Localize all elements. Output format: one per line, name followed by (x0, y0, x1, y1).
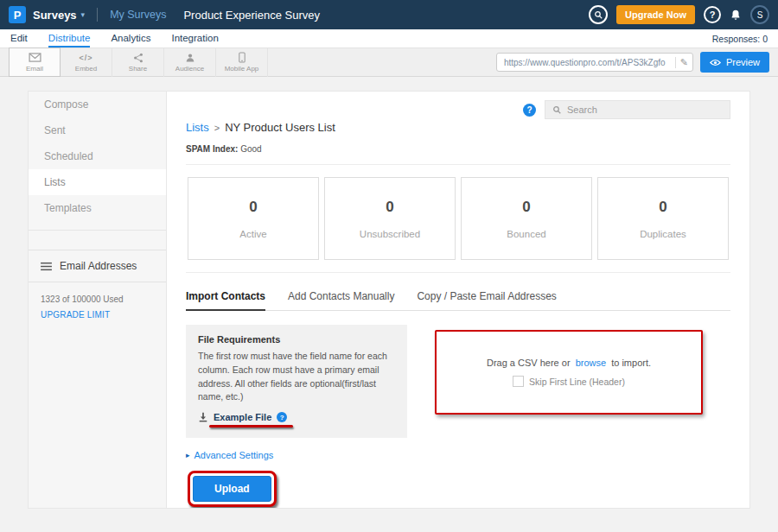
usage-count: 1323 of 100000 Used (29, 282, 166, 304)
channel-mobile-app[interactable]: Mobile App (216, 48, 268, 77)
stat-label: Bounced (507, 229, 545, 239)
divider (97, 8, 98, 22)
questionpro-logo[interactable]: P (9, 6, 26, 23)
my-surveys-link[interactable]: My Surveys (110, 9, 166, 21)
search-input[interactable] (567, 104, 723, 115)
audience-icon (185, 52, 195, 63)
stat-value: 0 (249, 199, 257, 216)
surveys-menu-label: Surveys (33, 9, 77, 22)
stat-label: Unsubscribed (360, 229, 420, 239)
mobile-app-icon (239, 52, 246, 63)
surveys-menu[interactable]: Surveys ▾ (33, 9, 85, 22)
topbar-actions: Upgrade Now ? S (589, 5, 769, 24)
stat-value: 0 (659, 199, 666, 216)
sidebar-item-templates[interactable]: Templates (29, 195, 166, 221)
preview-label: Preview (726, 57, 760, 67)
stat-card-duplicates: 0 Duplicates (597, 177, 729, 260)
breadcrumb-lists-link[interactable]: Lists (186, 121, 209, 134)
download-icon (198, 412, 208, 422)
main-header-actions: ? (523, 100, 730, 119)
dropzone-text-after: to import. (611, 358, 651, 368)
survey-url-box: ✎ (496, 53, 693, 72)
sidebar-item-lists[interactable]: Lists (29, 169, 166, 195)
edit-url-pencil-icon[interactable]: ✎ (675, 57, 688, 68)
contacts-tabs: Import Contacts Add Contacts Manually Co… (186, 290, 730, 311)
sidebar-item-scheduled[interactable]: Scheduled (29, 143, 166, 169)
channel-label: Embed (75, 65, 97, 73)
upgrade-now-button[interactable]: Upgrade Now (616, 5, 695, 24)
stat-card-bounced: 0 Bounced (461, 177, 592, 260)
tab-add-contacts-manually[interactable]: Add Contacts Manually (288, 290, 394, 311)
stat-value: 0 (522, 199, 530, 216)
breadcrumb-current: NY Product Users List (225, 121, 335, 134)
dropzone-text-before: Drag a CSV here or (487, 358, 571, 368)
example-file-link[interactable]: Example File ? (198, 412, 395, 422)
preview-button[interactable]: Preview (700, 52, 769, 73)
breadcrumb-separator: > (214, 123, 220, 133)
eye-icon (710, 59, 721, 66)
upload-button[interactable]: Upload (193, 476, 271, 502)
tab-integration[interactable]: Integration (171, 29, 218, 48)
advanced-settings-toggle[interactable]: ▸ Advanced Settings (186, 450, 730, 460)
example-file-help-icon[interactable]: ? (277, 412, 287, 422)
survey-url-input[interactable] (504, 58, 675, 67)
spam-index-label: SPAM Index: (186, 144, 238, 154)
tab-import-contacts[interactable]: Import Contacts (186, 290, 265, 311)
chevron-down-icon: ▾ (81, 10, 86, 19)
email-addresses-section[interactable]: Email Addresses (29, 250, 166, 282)
search-box[interactable] (545, 100, 730, 119)
help-icon[interactable]: ? (704, 6, 721, 23)
channel-label: Audience (175, 65, 204, 73)
caret-icon: ▸ (186, 451, 190, 459)
channel-audience[interactable]: Audience (164, 48, 216, 77)
skip-first-line-label: Skip First Line (Header) (529, 377, 625, 387)
sidebar-item-sent[interactable]: Sent (29, 117, 166, 143)
list-icon (41, 262, 52, 271)
channel-label: Share (129, 65, 147, 73)
channel-label: Email (26, 65, 43, 73)
sidebar-item-compose[interactable]: Compose (29, 92, 166, 117)
channel-email[interactable]: Email (9, 48, 61, 77)
stats-row: 0 Active 0 Unsubscribed 0 Bounced 0 Dupl… (186, 164, 730, 273)
channel-share[interactable]: Share (112, 48, 164, 77)
browse-link[interactable]: browse (576, 358, 606, 368)
skip-first-line-checkbox[interactable] (513, 376, 524, 387)
dropzone-text: Drag a CSV here or browse to import. (487, 358, 651, 368)
search-icon[interactable] (589, 5, 608, 24)
tab-edit[interactable]: Edit (10, 29, 28, 48)
breadcrumb: Lists > NY Product Users List (186, 121, 730, 134)
file-requirements-body: The first row must have the field name f… (198, 350, 395, 404)
app-window: P Surveys ▾ My Surveys Product Experienc… (0, 0, 778, 532)
import-contacts-panel: File Requirements The first row must hav… (186, 325, 730, 438)
channel-embed[interactable]: </> Embed (61, 48, 112, 77)
stat-card-active: 0 Active (188, 177, 319, 260)
divider (29, 230, 166, 231)
tab-analytics[interactable]: Analytics (111, 29, 150, 48)
email-sidebar: Compose Sent Scheduled Lists Templates E… (29, 92, 167, 508)
top-bar: P Surveys ▾ My Surveys Product Experienc… (0, 0, 778, 29)
survey-nav: Edit Distribute Analytics Integration Re… (0, 29, 778, 48)
avatar[interactable]: S (750, 5, 769, 24)
help-icon[interactable]: ? (523, 104, 536, 117)
share-icon (133, 52, 143, 63)
tab-copy-paste-email-addresses[interactable]: Copy / Paste Email Addresses (417, 290, 556, 311)
embed-icon: </> (79, 52, 92, 63)
stat-card-unsubscribed: 0 Unsubscribed (324, 177, 456, 260)
stat-value: 0 (386, 199, 393, 216)
advanced-settings-label: Advanced Settings (194, 450, 274, 460)
tab-distribute[interactable]: Distribute (48, 29, 91, 48)
stat-label: Active (239, 229, 266, 239)
spam-index-value: Good (240, 144, 261, 154)
toolbar-right: ✎ Preview (496, 52, 769, 73)
responses-count: Responses: 0 (712, 29, 768, 48)
email-addresses-label: Email Addresses (60, 260, 137, 272)
upgrade-limit-link[interactable]: UPGRADE LIMIT (29, 304, 166, 320)
channel-label: Mobile App (225, 65, 259, 73)
search-icon (552, 105, 562, 115)
email-panel: Compose Sent Scheduled Lists Templates E… (28, 91, 750, 509)
csv-dropzone[interactable]: Drag a CSV here or browse to import. Ski… (435, 330, 703, 415)
survey-title: Product Experience Survey (183, 9, 320, 22)
notifications-bell-icon[interactable] (730, 9, 742, 21)
stat-label: Duplicates (640, 229, 686, 239)
skip-first-line-row: Skip First Line (Header) (513, 376, 625, 387)
